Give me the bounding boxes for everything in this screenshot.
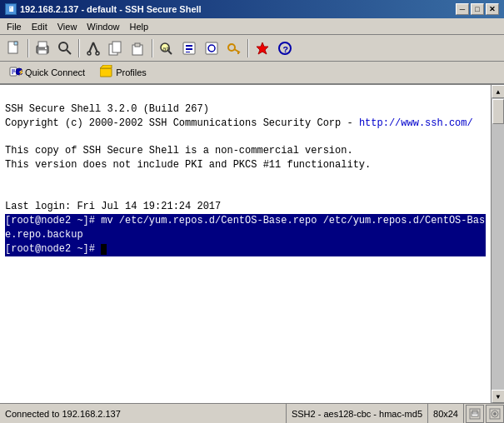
maximize-button[interactable]: □ [471,3,484,15]
terminal-line5: This version does not include PKI and PK… [5,159,371,171]
quick-connect-button[interactable]: ⚡ Quick Connect [3,62,91,82]
encryption-status: SSH2 - aes128-cbc - hmac-md5 [292,409,422,419]
toolbar-sep2 [78,39,80,57]
toolbar-sep1 [27,39,29,57]
scroll-thumb[interactable] [492,99,504,124]
close-button[interactable]: ✕ [486,3,499,15]
menu-edit[interactable]: Edit [27,20,52,33]
svg-text:?: ? [283,45,289,55]
toolbar-key-btn[interactable] [223,37,245,59]
scroll-up-arrow[interactable]: ▲ [492,85,504,98]
svg-text:⚡: ⚡ [17,68,23,76]
profiles-label: Profiles [116,67,147,77]
quick-connect-icon: ⚡ [9,65,22,80]
profiles-button[interactable]: Profiles [94,62,152,82]
status-encryption: SSH2 - aes128-cbc - hmac-md5 [287,404,428,423]
toolbar-find-btn[interactable] [54,37,76,59]
toolbar-new-btn[interactable] [3,37,25,59]
window-title: 192.168.2.137 - default - SSH Secure She… [20,4,202,14]
terminal-cmd1: [root@node2 ~]# mv /etc/yum.repos.d/Cent… [5,214,486,228]
status-icon2[interactable] [486,405,504,423]
svg-point-43 [493,412,497,416]
dimensions-status: 80x24 [433,409,458,419]
svg-text:ab: ab [162,45,171,52]
svg-rect-2 [38,42,47,47]
quick-toolbar: ⚡ Quick Connect Profiles [0,62,504,85]
svg-rect-36 [100,68,112,77]
svg-rect-12 [112,42,121,52]
svg-rect-4 [45,47,47,49]
toolbar-print-btn[interactable] [32,37,53,59]
svg-rect-21 [186,52,190,52]
terminal-line1: SSH Secure Shell 3.2.0 (Build 267) [5,103,209,115]
svg-rect-20 [186,48,192,50]
menu-view[interactable]: View [52,20,82,33]
terminal-line8: Last login: Fri Jul 14 19:21:24 2017 [5,201,221,212]
terminal-line2: Copyright (c) 2000-2002 SSH Communicatio… [5,117,473,129]
status-connection: Connected to 192.168.2.137 [0,404,287,423]
svg-rect-19 [186,45,192,47]
title-bar-buttons: ─ □ ✕ [456,3,499,15]
toolbar-paste-btn[interactable] [127,37,149,59]
title-bar: 🖥 192.168.2.137 - default - SSH Secure S… [0,0,504,18]
toolbar-help-btn[interactable]: ? [274,37,296,59]
menu-file[interactable]: File [2,20,27,33]
svg-line-6 [67,50,71,54]
svg-rect-22 [206,42,217,54]
terminal-cmd2: e.repo.backup [5,228,486,242]
toolbar-sep4 [247,39,249,57]
status-icon1[interactable] [466,405,484,423]
svg-rect-3 [38,50,47,54]
toolbar-sep3 [152,39,153,57]
scroll-down-arrow[interactable]: ▼ [492,390,504,403]
title-bar-left: 🖥 192.168.2.137 - default - SSH Secure S… [5,3,202,15]
terminal-cmd3: [root@node2 ~]# [5,242,486,256]
quick-connect-label: Quick Connect [25,67,85,77]
app-icon: 🖥 [5,3,17,15]
terminal-output[interactable]: SSH Secure Shell 3.2.0 (Build 267) Copyr… [0,85,491,403]
toolbar-search-btn[interactable]: ab [156,37,177,59]
menu-help[interactable]: Help [124,20,153,33]
profiles-icon [100,65,113,80]
toolbar-cut-btn[interactable] [82,37,104,59]
terminal-cursor [101,244,107,255]
status-dimensions: 80x24 [428,404,464,423]
menu-bar: File Edit View Window Help [0,18,504,35]
svg-marker-27 [257,42,268,54]
status-bar: Connected to 192.168.2.137 SSH2 - aes128… [0,403,504,423]
toolbar: ab ? [0,35,504,62]
svg-line-8 [93,42,97,52]
svg-point-10 [96,52,99,55]
menu-window[interactable]: Window [82,20,124,33]
connected-status: Connected to 192.168.2.137 [5,409,121,419]
minimize-button[interactable]: ─ [456,3,469,15]
terminal-area: SSH Secure Shell 3.2.0 (Build 267) Copyr… [0,85,504,403]
toolbar-settings1-btn[interactable] [178,37,200,59]
scroll-track[interactable] [492,98,504,390]
toolbar-settings2-btn[interactable] [201,37,222,59]
svg-point-5 [59,42,67,51]
svg-marker-37 [100,65,112,68]
svg-point-9 [87,52,91,55]
toolbar-mark-btn[interactable] [252,37,273,59]
svg-rect-14 [135,43,140,47]
svg-line-7 [89,42,93,52]
terminal-line4: This copy of SSH Secure Shell is a non-c… [5,145,353,157]
vertical-scrollbar[interactable]: ▲ ▼ [491,85,504,403]
toolbar-copy-btn[interactable] [105,37,127,59]
